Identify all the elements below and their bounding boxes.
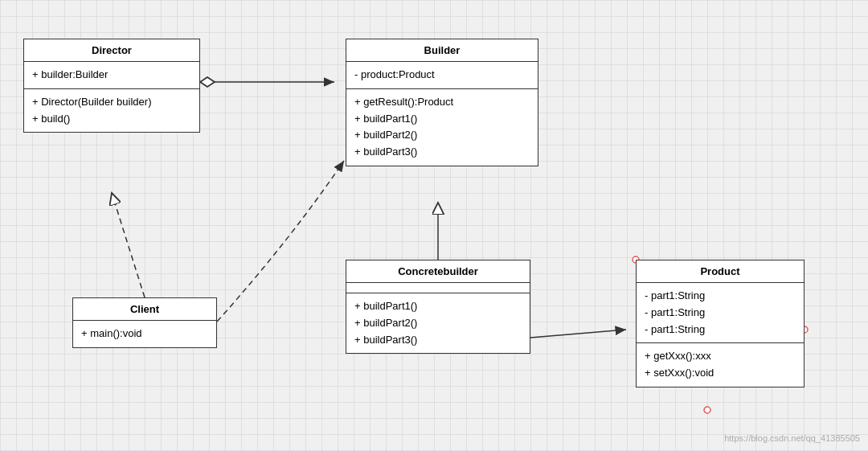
- client-class: Client + main():void: [72, 297, 217, 348]
- diagram-container: Director: dashed arrow --> Builder: dash…: [0, 0, 868, 451]
- concretebuilder-class-name: Concretebuilder: [346, 260, 530, 283]
- client-director-dashed: [112, 193, 145, 297]
- product-class-name: Product: [637, 260, 804, 283]
- director-attributes: + builder:Builder: [24, 62, 199, 89]
- builder-attr-1: - product:Product: [354, 67, 530, 84]
- concretebuilder-class: Concretebuilder + buildPart1() + buildPa…: [346, 260, 530, 354]
- builder-class: Builder - product:Product + getResult():…: [346, 39, 538, 166]
- watermark: https://blog.csdn.net/qq_41385505: [724, 433, 860, 443]
- director-attr-1: + builder:Builder: [32, 67, 191, 84]
- product-class: Product - part1:String - part1:String - …: [636, 260, 805, 387]
- product-circle-bottom: [704, 407, 710, 413]
- builder-method-2: + buildPart1(): [354, 111, 530, 128]
- product-attributes: - part1:String - part1:String - part1:St…: [637, 283, 804, 343]
- concretebuilder-method-3: + buildPart3(): [354, 332, 522, 349]
- builder-attributes: - product:Product: [346, 62, 538, 89]
- product-methods: + getXxx():xxx + setXxx():void: [637, 343, 804, 387]
- director-method-2: + build(): [32, 111, 191, 128]
- concretebuilder-method-1: + buildPart1(): [354, 298, 522, 315]
- product-method-2: + setXxx():void: [645, 365, 796, 382]
- concretebuilder-attributes: [346, 283, 530, 293]
- client-builder-dashed: [217, 161, 344, 322]
- director-class: Director + builder:Builder + Director(Bu…: [23, 39, 200, 133]
- client-methods: + main():void: [73, 321, 216, 347]
- builder-method-1: + getResult():Product: [354, 94, 530, 111]
- builder-method-3: + buildPart2(): [354, 127, 530, 144]
- client-method-1: + main():void: [81, 326, 208, 342]
- product-attr-1: - part1:String: [645, 288, 796, 305]
- product-attr-3: - part1:String: [645, 322, 796, 338]
- concretebuilder-methods: + buildPart1() + buildPart2() + buildPar…: [346, 293, 530, 353]
- client-class-name: Client: [73, 298, 216, 321]
- builder-method-4: + buildPart3(): [354, 144, 530, 161]
- director-methods: + Director(Builder builder) + build(): [24, 89, 199, 133]
- concretebuilder-method-2: + buildPart2(): [354, 315, 522, 332]
- product-attr-2: - part1:String: [645, 305, 796, 322]
- builder-methods: + getResult():Product + buildPart1() + b…: [346, 89, 538, 166]
- director-class-name: Director: [24, 39, 199, 62]
- concrete-product-arrow: [530, 330, 626, 338]
- product-method-1: + getXxx():xxx: [645, 348, 796, 365]
- director-method-1: + Director(Builder builder): [32, 94, 191, 111]
- builder-class-name: Builder: [346, 39, 538, 62]
